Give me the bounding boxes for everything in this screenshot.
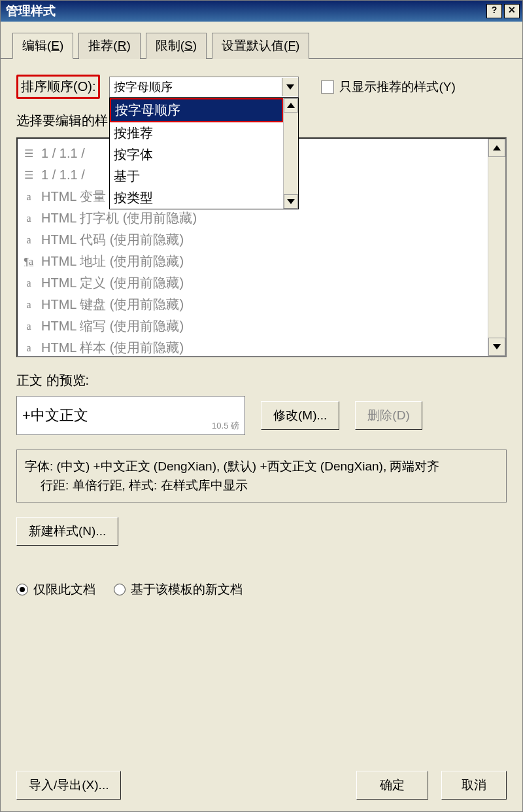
radio-icon xyxy=(16,584,28,595)
style-item[interactable]: aHTML 代码 (使用前隐藏) xyxy=(22,229,488,251)
cancel-button[interactable]: 取消 xyxy=(441,771,507,800)
recommended-only-checkbox[interactable] xyxy=(321,80,334,94)
char-icon: a xyxy=(22,277,36,289)
dropdown-option[interactable]: 基于 xyxy=(110,166,283,187)
scroll-down-icon[interactable] xyxy=(488,338,505,356)
dropdown-option[interactable]: 按字母顺序 xyxy=(110,98,283,122)
dropdown-option[interactable]: 按字体 xyxy=(110,144,283,166)
delete-button: 删除(D) xyxy=(355,401,422,430)
radio-this-doc-label: 仅限此文档 xyxy=(33,581,95,598)
sort-order-label: 排序顺序(O): xyxy=(16,75,100,99)
char-icon: a xyxy=(22,213,36,224)
style-item-text: HTML 键盘 (使用前隐藏) xyxy=(41,296,184,313)
ok-button[interactable]: 确定 xyxy=(356,771,428,800)
preview-row: +中文正文 10.5 磅 修改(M)... 删除(D) xyxy=(16,396,507,435)
dropdown-option[interactable]: 按推荐 xyxy=(110,122,283,144)
style-item[interactable]: ¶aHTML 地址 (使用前隐藏) xyxy=(22,251,488,272)
chevron-down-icon xyxy=(286,84,294,90)
char-icon: a xyxy=(22,191,36,203)
combo-dropdown-button[interactable] xyxy=(282,78,298,96)
import-export-button[interactable]: 导入/导出(X)... xyxy=(16,771,121,800)
preview-fontsize: 10.5 磅 xyxy=(212,420,239,432)
sort-order-dropdown: 按字母顺序 按推荐 按字体 基于 按类型 xyxy=(109,97,299,209)
preview-label: 正文 的预览: xyxy=(16,372,507,389)
tab-recommend[interactable]: 推荐(R) xyxy=(78,33,140,59)
dialog-buttons: 导入/导出(X)... 确定 取消 xyxy=(16,771,507,800)
new-style-row: 新建样式(N)... xyxy=(16,517,507,546)
dropdown-option[interactable]: 按类型 xyxy=(110,187,283,209)
radio-template[interactable]: 基于该模板的新文档 xyxy=(114,581,243,598)
modify-button[interactable]: 修改(M)... xyxy=(261,401,339,430)
style-item[interactable]: aHTML 定义 (使用前隐藏) xyxy=(22,272,488,294)
titlebar: 管理样式 ? ✕ xyxy=(1,1,522,22)
style-item-text: HTML 缩写 (使用前隐藏) xyxy=(41,317,184,335)
style-item-text: 1 / 1.1 / xyxy=(41,168,85,183)
style-item-text: HTML 样本 (使用前隐藏) xyxy=(41,339,184,356)
list-icon: ☰ xyxy=(22,147,36,160)
tab-strip: 编辑(E) 推荐(R) 限制(S) 设置默认值(F) xyxy=(1,22,522,59)
sort-row: 排序顺序(O): 按字母顺序 按字母顺序 按推荐 按字体 基于 按类型 xyxy=(16,75,507,99)
dropdown-scrollbar[interactable] xyxy=(283,98,298,209)
char-icon: a xyxy=(22,342,36,354)
para-icon: ¶a xyxy=(22,256,36,268)
title-buttons: ? ✕ xyxy=(486,4,520,18)
char-icon: a xyxy=(22,321,36,332)
help-button[interactable]: ? xyxy=(486,4,502,18)
scroll-up-icon[interactable] xyxy=(488,139,505,157)
dialog-title: 管理样式 xyxy=(6,3,56,20)
style-item[interactable]: aHTML 缩写 (使用前隐藏) xyxy=(22,315,488,337)
style-item[interactable]: aHTML 键盘 (使用前隐藏) xyxy=(22,294,488,315)
close-button[interactable]: ✕ xyxy=(504,4,520,18)
desc-line2: 行距: 单倍行距, 样式: 在样式库中显示 xyxy=(25,476,498,495)
sort-order-combo[interactable]: 按字母顺序 xyxy=(109,77,299,97)
style-item[interactable]: aHTML 样本 (使用前隐藏) xyxy=(22,337,488,356)
style-item[interactable]: aHTML 打字机 (使用前隐藏) xyxy=(22,207,488,229)
manage-styles-dialog: 管理样式 ? ✕ 编辑(E) 推荐(R) 限制(S) 设置默认值(F) 排序顺序… xyxy=(0,0,523,812)
char-icon: a xyxy=(22,234,36,246)
scroll-down-icon[interactable] xyxy=(284,194,298,209)
list-icon: ☰ xyxy=(22,169,36,181)
radio-icon xyxy=(114,584,126,595)
dropdown-list: 按字母顺序 按推荐 按字体 基于 按类型 xyxy=(110,98,283,209)
new-style-button[interactable]: 新建样式(N)... xyxy=(16,517,118,546)
style-item-text: HTML 打字机 (使用前隐藏) xyxy=(41,209,197,227)
style-description: 字体: (中文) +中文正文 (DengXian), (默认) +西文正文 (D… xyxy=(16,450,507,503)
sort-order-value: 按字母顺序 xyxy=(114,79,173,95)
char-icon: a xyxy=(22,299,36,311)
sort-combo-wrap: 按字母顺序 按字母顺序 按推荐 按字体 基于 按类型 xyxy=(109,77,299,97)
style-item-text: HTML 定义 (使用前隐藏) xyxy=(41,274,184,292)
style-item-text: HTML 地址 (使用前隐藏) xyxy=(41,253,184,270)
recommended-only-label: 只显示推荐的样式(Y) xyxy=(339,79,455,96)
style-item-text: HTML 代码 (使用前隐藏) xyxy=(41,231,184,249)
tab-edit[interactable]: 编辑(E) xyxy=(12,33,73,59)
radio-template-label: 基于该模板的新文档 xyxy=(131,581,243,598)
radio-this-doc[interactable]: 仅限此文档 xyxy=(16,581,95,598)
scope-radio-row: 仅限此文档 基于该模板的新文档 xyxy=(16,581,507,598)
tab-content: 排序顺序(O): 按字母顺序 按字母顺序 按推荐 按字体 基于 按类型 xyxy=(1,59,522,598)
preview-box: +中文正文 10.5 磅 xyxy=(16,396,245,435)
tab-restrict[interactable]: 限制(S) xyxy=(146,33,207,59)
style-item-text: 1 / 1.1 / xyxy=(41,146,85,161)
scroll-up-icon[interactable] xyxy=(284,98,298,113)
recommended-only-row: 只显示推荐的样式(Y) xyxy=(321,79,455,96)
preview-text: +中文正文 xyxy=(22,406,88,425)
desc-line1: 字体: (中文) +中文正文 (DengXian), (默认) +西文正文 (D… xyxy=(25,457,498,476)
tab-defaults[interactable]: 设置默认值(F) xyxy=(212,33,309,59)
list-scrollbar[interactable] xyxy=(488,139,505,356)
